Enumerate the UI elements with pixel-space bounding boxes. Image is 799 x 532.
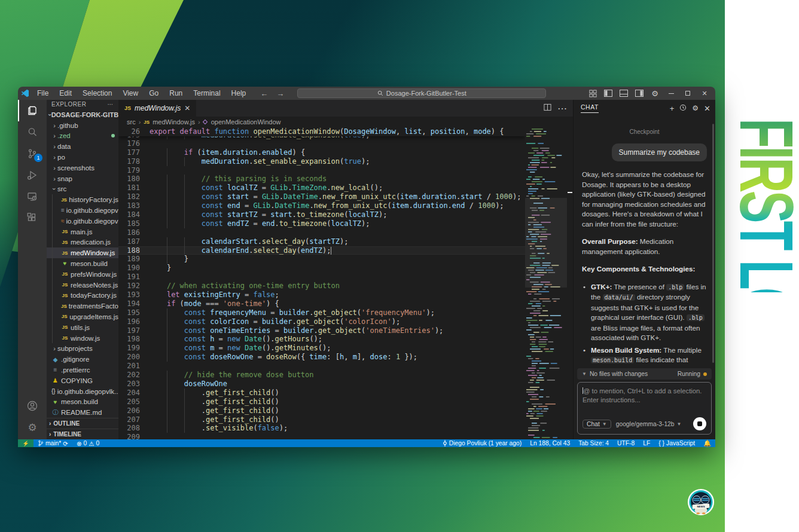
tree-item-src[interactable]: ›src (47, 184, 118, 194)
remote-explorer-icon[interactable] (18, 186, 47, 207)
toggle-primary-sidebar-icon[interactable] (602, 88, 615, 99)
remote-indicator[interactable]: ⚡ (18, 439, 33, 447)
code-line-199[interactable]: 199 const m = new Date().getMinutes(); (118, 344, 525, 353)
code-line-188[interactable]: 188 calendarEnd.select_day(endTZ); (118, 246, 525, 255)
tree-item-historyfactory-js[interactable]: JShistoryFactory.js (47, 194, 118, 205)
code-line-184[interactable]: 184 const startTZ = start.to_timezone(lo… (118, 210, 525, 219)
menu-terminal[interactable]: Terminal (188, 88, 225, 98)
tab-medwindow[interactable]: JS medWindow.js ✕ (118, 100, 196, 117)
tree-item-io-github-diegopvlk-[interactable]: ≈io.github.diegopvlk.... (47, 216, 118, 227)
chat-mode-dropdown[interactable]: Chat▼ (583, 420, 611, 429)
code-line-26[interactable]: 26export default function openMedication… (118, 127, 525, 136)
minimap[interactable] (525, 127, 567, 439)
code-line-179[interactable]: 179 (118, 166, 525, 175)
branch-indicator[interactable]: main* ⟳ (33, 439, 72, 447)
menu-help[interactable]: Help (227, 88, 251, 98)
code-line-209[interactable]: 209 (118, 433, 525, 439)
menu-edit[interactable]: Edit (54, 88, 77, 98)
chat-history-icon[interactable] (679, 104, 687, 113)
blame-annotation[interactable]: Diego Povliuk (1 year ago) (438, 439, 526, 447)
menu-selection[interactable]: Selection (78, 88, 117, 98)
code-line-196[interactable]: 196 const colorIcon = builder.get_object… (118, 317, 525, 326)
tree-item-copying[interactable]: ♟COPYING (47, 375, 118, 386)
code-line-195[interactable]: 195 const frequencyMenu = builder.get_ob… (118, 308, 525, 317)
customize-layout-icon[interactable] (586, 88, 599, 99)
tree-item-main-js[interactable]: JSmain.js (47, 227, 118, 237)
section-timeline[interactable]: ›TIMELINE (47, 429, 118, 439)
tree-item--prettierrc[interactable]: ≡.prettierrc (47, 365, 118, 375)
tree-item--gitignore[interactable]: ◆.gitignore (47, 354, 118, 365)
code-line-193[interactable]: 193 let existingEntry = false; (118, 291, 525, 299)
sticky-scroll-line[interactable]: 26export default function openMedication… (118, 127, 525, 136)
problems-indicator[interactable]: ⊗0 ⚠0 (72, 439, 103, 447)
split-editor-icon[interactable] (544, 103, 551, 114)
source-control-icon[interactable]: 1 (18, 143, 47, 164)
code-line-186[interactable]: 186 (118, 228, 525, 237)
chat-input-box[interactable]: @ to mention, Ctrl+L to add a selection.… (577, 382, 712, 435)
code-line-177[interactable]: 177 if (item.duration.enabled) { (118, 148, 525, 157)
stop-generation-button[interactable] (693, 417, 706, 430)
window-minimize-button[interactable] (664, 88, 678, 99)
tree-item-meson-build[interactable]: ♥meson.build (47, 396, 118, 407)
code-line-194[interactable]: 194 if (mode === 'one-time') { (118, 299, 525, 308)
code-line-192[interactable]: 192 // when activating one-time entry bu… (118, 282, 525, 291)
notifications-bell-icon[interactable]: 🔔 (699, 439, 715, 447)
menu-go[interactable]: Go (144, 88, 163, 98)
code-line-200[interactable]: 200 const doseRowOne = doseRow({ time: [… (118, 353, 525, 362)
tree-item-releasenotes-js[interactable]: JSreleaseNotes.js (47, 280, 118, 291)
breadcrumb[interactable]: src›JSmedWindow.js›openMedicationWindow (118, 117, 573, 127)
code-line-176[interactable]: 176 (118, 139, 525, 148)
explorer-icon[interactable] (18, 100, 47, 121)
tree-item-snap[interactable]: ›snap (47, 173, 118, 184)
tree-item-utils-js[interactable]: JSutils.js (47, 322, 118, 333)
manage-gear-icon[interactable]: ⚙ (18, 417, 47, 438)
menu-run[interactable]: Run (164, 88, 187, 98)
tree-item-meson-build[interactable]: ♥meson.build (47, 258, 118, 269)
eol-setting[interactable]: LF (639, 439, 654, 447)
extensions-icon[interactable] (18, 207, 47, 229)
breadcrumb-item[interactable]: medWindow.js (153, 118, 195, 126)
breadcrumb-item[interactable]: openMedicationWindow (211, 118, 281, 126)
nav-forward-icon[interactable]: → (276, 89, 284, 98)
editor-more-actions-icon[interactable]: ⋯ (557, 103, 567, 114)
code-line-189[interactable]: 189 } (118, 255, 525, 264)
search-sidebar-icon[interactable] (18, 121, 47, 143)
files-with-changes-bar[interactable]: ▼ No files with changes Running (577, 368, 712, 380)
code-line-180[interactable]: 180 // this parsing is in seconds (118, 175, 525, 184)
tree-item--github[interactable]: ›.github (47, 120, 118, 131)
editor-scrollbar[interactable] (567, 127, 573, 439)
tab-close-icon[interactable]: ✕ (184, 104, 190, 112)
command-center-search[interactable]: Dosage-Fork-GitButler-Test (297, 88, 546, 98)
toggle-secondary-sidebar-icon[interactable] (633, 88, 646, 99)
chat-tab[interactable]: CHAT (581, 103, 599, 113)
code-line-203[interactable]: 203 doseRowOne (118, 380, 525, 389)
window-maximize-button[interactable] (681, 88, 695, 99)
language-mode[interactable]: { } JavaScript (654, 439, 699, 447)
toggle-panel-icon[interactable] (617, 88, 630, 99)
tree-item-data[interactable]: ›data (47, 141, 118, 152)
tree-item-upgradeitems-js[interactable]: JSupgradeItems.js (47, 311, 118, 322)
code-line-191[interactable]: 191 (118, 273, 525, 282)
tree-item-window-js[interactable]: JSwindow.js (47, 333, 118, 344)
tree-item-medwindow-js[interactable]: JSmedWindow.js (47, 247, 118, 258)
code-line-206[interactable]: 206 .get_first_child() (118, 406, 525, 415)
breadcrumb-item[interactable]: src (127, 118, 136, 126)
explorer-more-actions-icon[interactable]: ⋯ (108, 101, 114, 108)
code-line-178[interactable]: 178 medDuration.set_enable_expansion(tru… (118, 157, 525, 166)
model-selector[interactable]: google/gemma-3-12b▼ (616, 421, 682, 427)
code-line-201[interactable]: 201 (118, 362, 525, 371)
accounts-icon[interactable] (18, 395, 47, 417)
chat-close-icon[interactable]: ✕ (704, 104, 710, 113)
cursor-position[interactable]: Ln 188, Col 43 (526, 439, 574, 447)
code-line-197[interactable]: 197 const oneTimeEntries = builder.get_o… (118, 326, 525, 335)
tree-item-prefswindow-js[interactable]: JSprefsWindow.js (47, 269, 118, 280)
tree-item-po[interactable]: ›po (47, 152, 118, 163)
code-line-204[interactable]: 204 .get_first_child() (118, 389, 525, 398)
code-line-182[interactable]: 182 const start = GLib.DateTime.new_from… (118, 192, 525, 201)
tree-item-treatmentsfactory-js[interactable]: JStreatmentsFactory.js (47, 301, 118, 311)
tree-item-todayfactory-js[interactable]: JStodayFactory.js (47, 290, 118, 301)
tree-item-medication-js[interactable]: JSmedication.js (47, 237, 118, 247)
code-region[interactable]: 26export default function openMedication… (118, 127, 525, 439)
tree-item-readme-md[interactable]: ⓘREADME.md (47, 407, 118, 418)
minimap-slider[interactable] (525, 198, 567, 288)
